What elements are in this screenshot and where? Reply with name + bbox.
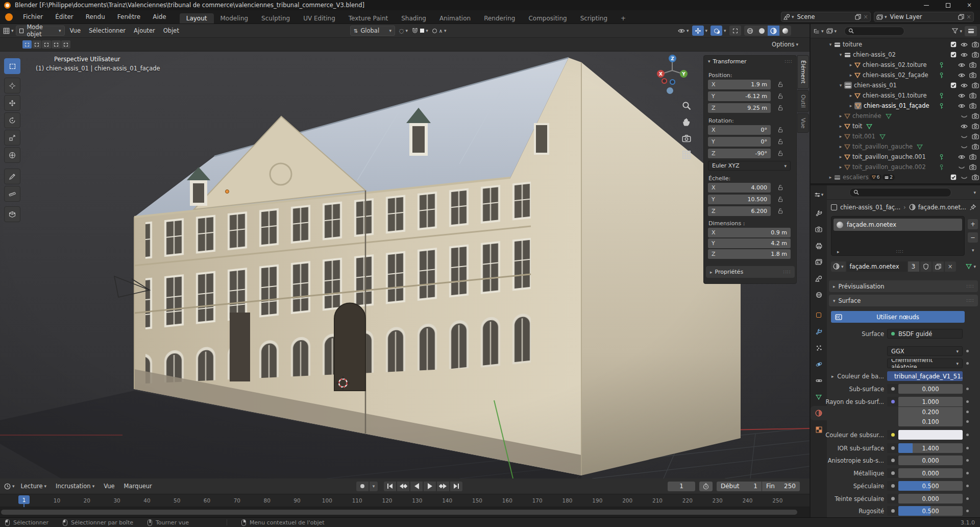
outliner-row-toit-pavillon-gauche-002[interactable]: ▸ toit_pavillon_gauche.002 bbox=[811, 162, 980, 172]
animate-dot[interactable] bbox=[966, 362, 969, 365]
radius-x-field[interactable]: 1.000 bbox=[898, 397, 963, 406]
view-layer-selector[interactable]: ▾ View Layer × bbox=[874, 12, 974, 22]
tool-rotate[interactable] bbox=[4, 112, 20, 128]
gizmo-negative-z-axis[interactable] bbox=[670, 79, 675, 85]
tool-add-cube[interactable] bbox=[4, 206, 20, 222]
menu-vue[interactable]: Vue bbox=[67, 26, 84, 36]
outliner-row-toit[interactable]: ▸ toit bbox=[811, 121, 980, 131]
tab-constraints[interactable] bbox=[811, 373, 827, 388]
lock-icon[interactable] bbox=[778, 127, 783, 133]
animate-dot[interactable] bbox=[966, 400, 969, 403]
object-visibility-dropdown[interactable]: ▾ bbox=[678, 28, 689, 34]
node-tree-selector[interactable]: ▾ bbox=[966, 264, 976, 269]
shading-rendered-button[interactable] bbox=[779, 26, 791, 36]
menu-objet[interactable]: Objet bbox=[160, 26, 182, 36]
tool-measure[interactable] bbox=[4, 186, 20, 202]
camera-render-icon[interactable] bbox=[969, 72, 976, 78]
auto-keying-button[interactable] bbox=[356, 482, 369, 491]
lock-icon[interactable] bbox=[778, 208, 783, 214]
playhead-marker[interactable]: 1 bbox=[18, 495, 30, 504]
menu-vue[interactable]: Vue bbox=[101, 481, 117, 491]
animate-dot[interactable] bbox=[966, 388, 969, 390]
tab-view-layer[interactable] bbox=[811, 255, 827, 269]
fake-user-button[interactable] bbox=[920, 261, 932, 272]
specular-decorator[interactable] bbox=[887, 481, 898, 491]
tab-physics[interactable] bbox=[811, 357, 827, 371]
jump-to-end-button[interactable] bbox=[450, 482, 462, 491]
timeline-ruler[interactable]: 1020304050607080901001101201301401501601… bbox=[0, 494, 810, 507]
workspace-tab-shading[interactable]: Shading bbox=[395, 13, 433, 23]
camera-render-icon[interactable] bbox=[972, 52, 979, 58]
outliner-row-chien-assis-02-facade[interactable]: ▸ chien-assis_02_façade bbox=[811, 70, 980, 80]
maximize-button[interactable] bbox=[937, 0, 959, 10]
workspace-tab-uv-editing[interactable]: UV Editing bbox=[297, 13, 342, 23]
workspace-tab-modeling[interactable]: Modeling bbox=[214, 13, 255, 23]
users-count-button[interactable]: 3 bbox=[908, 261, 919, 272]
subsurface-color-swatch[interactable] bbox=[898, 430, 963, 440]
animate-dot[interactable] bbox=[966, 434, 969, 436]
disclosure-icon[interactable]: ▸ bbox=[847, 93, 854, 98]
lock-icon[interactable] bbox=[778, 184, 783, 190]
perspective-toggle-icon[interactable] bbox=[682, 150, 691, 159]
metallic-decorator[interactable] bbox=[887, 468, 898, 478]
overlays-dropdown[interactable]: ▾ bbox=[710, 26, 726, 36]
add-slot-button[interactable]: + bbox=[968, 219, 978, 229]
eye-closed-icon[interactable] bbox=[961, 144, 968, 150]
animate-dot[interactable] bbox=[966, 420, 969, 423]
properties-search-input[interactable] bbox=[849, 188, 951, 197]
sidebar-tab-outil[interactable]: Outil bbox=[797, 90, 809, 112]
proportional-editing-toggle[interactable]: ∧ ▾ bbox=[432, 28, 447, 34]
tool-transform[interactable] bbox=[4, 147, 20, 163]
viewport-canvas[interactable]: Perspective Utilisateur (1) chien-assis_… bbox=[0, 52, 810, 478]
aniso-decorator[interactable] bbox=[887, 456, 898, 465]
animate-dot[interactable] bbox=[966, 411, 969, 413]
workspace-tab-texture-paint[interactable]: Texture Paint bbox=[342, 13, 395, 23]
viewport-3d-scene[interactable] bbox=[0, 52, 810, 478]
eye-icon[interactable] bbox=[961, 42, 968, 47]
ior-slider[interactable]: 1.400 bbox=[898, 443, 963, 453]
unlink-scene-icon[interactable]: × bbox=[863, 13, 868, 20]
preview-panel-header[interactable]: ▸ Prévisualisation ∷∷ bbox=[829, 280, 978, 292]
snapping-toggle[interactable]: ▾ bbox=[412, 28, 428, 34]
play-reverse-button[interactable] bbox=[410, 482, 423, 491]
camera-render-icon[interactable] bbox=[972, 82, 979, 88]
workspace-tab-layout[interactable]: Layout bbox=[180, 13, 214, 23]
eye-icon[interactable] bbox=[958, 62, 965, 68]
eye-icon[interactable] bbox=[961, 124, 968, 129]
filter-view-layer-selector[interactable]: ▾ bbox=[826, 28, 837, 34]
select-mode-subtract-button[interactable] bbox=[42, 40, 51, 49]
remove-view-layer-icon[interactable]: × bbox=[966, 13, 971, 20]
filter-dropdown[interactable]: ▾ bbox=[952, 28, 962, 34]
specular-tint-slider[interactable]: 0.000 bbox=[898, 494, 963, 504]
checkbox-icon[interactable] bbox=[950, 174, 957, 180]
camera-view-dot[interactable] bbox=[667, 87, 673, 94]
gizmo-y-axis[interactable]: Y bbox=[680, 70, 688, 78]
material-name-field[interactable]: façade.m.onetex bbox=[847, 261, 907, 272]
gizmo-z-axis[interactable]: Z bbox=[669, 55, 676, 62]
select-mode-intersect-button[interactable] bbox=[61, 40, 70, 49]
navigation-gizmo[interactable]: Z X Y bbox=[654, 53, 690, 88]
tool-scale[interactable] bbox=[4, 130, 20, 146]
menu-lecture[interactable]: Lecture▾ bbox=[18, 481, 50, 491]
camera-view-icon[interactable] bbox=[682, 134, 691, 143]
expander-icon[interactable]: ▸ bbox=[831, 374, 834, 379]
select-mode-invert-button[interactable] bbox=[52, 40, 61, 49]
base-color-texture-field[interactable]: tribunal_façade_V1_51... bbox=[887, 371, 963, 381]
workspace-tab-sculpting[interactable]: Sculpting bbox=[255, 13, 297, 23]
gizmos-dropdown[interactable]: ▾ bbox=[692, 26, 708, 36]
menu-aide[interactable]: Aide bbox=[146, 13, 173, 20]
lock-icon[interactable] bbox=[778, 138, 783, 145]
eye-closed-icon[interactable] bbox=[958, 164, 965, 170]
specular-tint-decorator[interactable] bbox=[887, 494, 898, 504]
roughness-decorator[interactable] bbox=[887, 506, 898, 516]
disclosure-icon[interactable]: ▸ bbox=[837, 124, 844, 129]
add-workspace-button[interactable]: + bbox=[614, 13, 632, 23]
camera-render-icon[interactable] bbox=[972, 143, 979, 150]
lock-icon[interactable] bbox=[778, 105, 783, 111]
checkbox-icon[interactable] bbox=[950, 41, 957, 47]
menu-fichier[interactable]: Fichier bbox=[17, 13, 49, 20]
outliner-row-toit-001[interactable]: ▸ toit.001 bbox=[811, 131, 980, 141]
camera-render-icon[interactable] bbox=[969, 154, 976, 160]
unlink-material-button[interactable]: × bbox=[945, 261, 956, 272]
subsurface-method-dropdown[interactable]: Cheminement aléatoire▾ bbox=[887, 358, 963, 368]
